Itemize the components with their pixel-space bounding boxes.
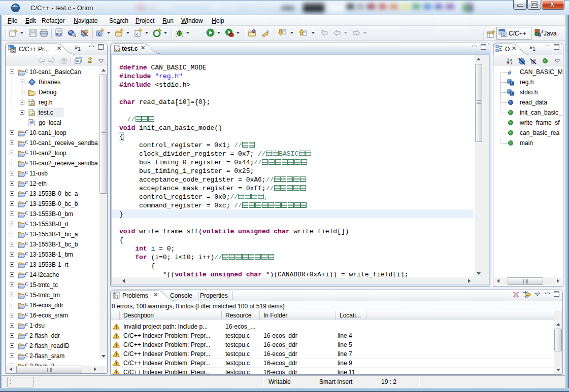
svg-text:C: C: [25, 190, 28, 195]
svg-text:C: C: [25, 231, 28, 236]
svg-text:C: C: [25, 200, 28, 205]
svg-text:010: 010: [56, 32, 62, 36]
svg-text:C: C: [25, 180, 28, 185]
svg-text:C: C: [12, 49, 15, 52]
svg-text:C: C: [25, 352, 28, 358]
svg-text:s: s: [534, 57, 536, 62]
svg-text:C: C: [25, 170, 28, 175]
svg-text:C: C: [503, 32, 506, 37]
svg-text:C: C: [25, 332, 28, 337]
svg-text:z: z: [511, 61, 513, 65]
svg-text:C: C: [25, 150, 28, 155]
svg-text:C: C: [25, 210, 28, 216]
svg-text:C: C: [25, 129, 28, 134]
svg-text:J: J: [541, 29, 544, 34]
svg-text:C: C: [25, 160, 28, 165]
svg-text:C: C: [25, 342, 28, 347]
svg-text:.c: .c: [30, 112, 34, 116]
svg-text:C: C: [25, 261, 28, 266]
svg-text:C: C: [25, 292, 28, 297]
svg-text:.c: .c: [115, 48, 119, 52]
svg-text:C: C: [25, 251, 28, 256]
svg-text:C: C: [25, 221, 28, 226]
svg-text:.h: .h: [30, 101, 34, 106]
svg-text:C: C: [25, 302, 28, 307]
svg-text:C: C: [25, 312, 28, 317]
svg-text:C: C: [25, 271, 28, 276]
svg-text:C: C: [25, 139, 28, 145]
svg-text:C: C: [25, 241, 28, 246]
svg-text:C: C: [25, 281, 28, 287]
svg-text:C: C: [25, 68, 28, 74]
svg-text:C: C: [25, 322, 28, 327]
svg-text:c: c: [136, 32, 139, 37]
svg-text:C: C: [98, 32, 101, 37]
